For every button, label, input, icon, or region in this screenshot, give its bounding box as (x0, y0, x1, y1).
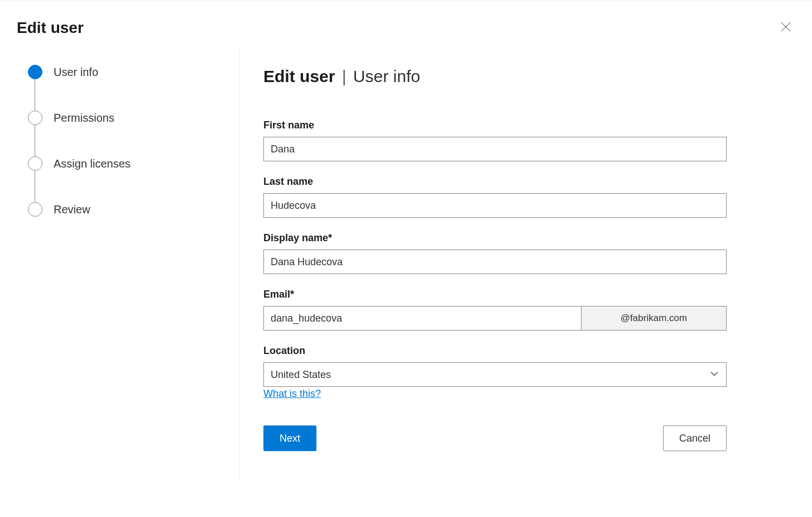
last-name-label: Last name (263, 176, 737, 188)
location-select[interactable]: United States (263, 362, 727, 387)
step-label: User info (54, 66, 98, 79)
step-review[interactable]: Review (28, 202, 228, 217)
panel-title: Edit user (17, 19, 84, 37)
first-name-input[interactable] (263, 137, 727, 161)
step-marker-icon (28, 65, 42, 79)
next-button[interactable]: Next (263, 425, 316, 451)
step-user-info[interactable]: User info (28, 65, 228, 111)
step-marker-icon (28, 156, 42, 171)
last-name-input[interactable] (263, 193, 727, 218)
display-name-input[interactable] (263, 250, 727, 274)
step-marker-icon (28, 202, 42, 217)
email-domain-suffix: @fabrikam.com (582, 306, 727, 331)
email-input[interactable] (263, 306, 582, 331)
display-name-label: Display name* (263, 232, 737, 244)
heading-suffix: User info (353, 67, 420, 85)
email-label: Email* (263, 289, 737, 300)
step-label: Review (54, 203, 90, 216)
cancel-button[interactable]: Cancel (663, 425, 727, 451)
page-heading: Edit user | User info (263, 67, 737, 86)
step-assign-licenses[interactable]: Assign licenses (28, 156, 228, 202)
location-label: Location (263, 345, 737, 357)
step-label: Assign licenses (54, 157, 131, 170)
close-button[interactable] (776, 17, 795, 38)
heading-prefix: Edit user (263, 67, 335, 85)
location-help-link[interactable]: What is this? (263, 388, 321, 400)
close-icon (781, 22, 791, 33)
first-name-label: First name (263, 119, 737, 131)
wizard-steps-sidebar: User info Permissions Assign licenses Re… (0, 49, 240, 479)
step-marker-icon (28, 111, 42, 125)
step-permissions[interactable]: Permissions (28, 111, 228, 156)
heading-separator: | (342, 67, 347, 85)
step-label: Permissions (54, 112, 114, 125)
